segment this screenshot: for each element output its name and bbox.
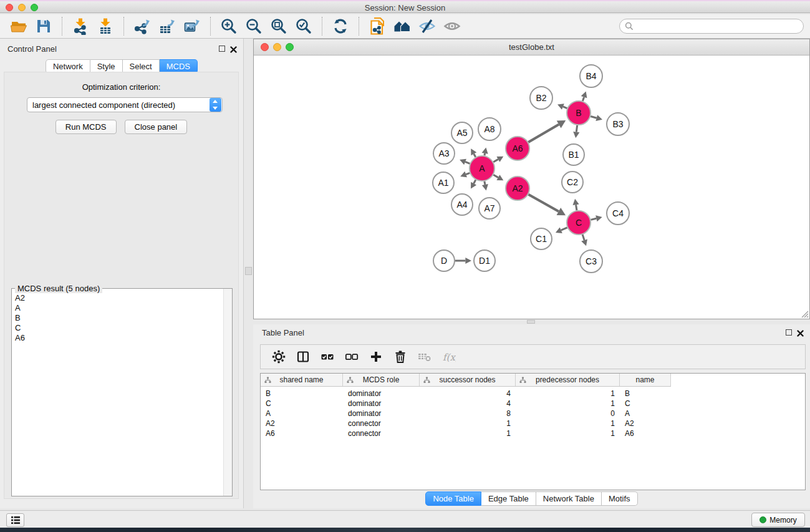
table-row[interactable]: A6connector11A6 [261,428,805,438]
export-table-button[interactable] [156,16,178,37]
result-item[interactable]: C [15,323,223,333]
table-row[interactable]: A2connector11A2 [261,418,805,428]
tab-network-table[interactable]: Network Table [536,491,602,506]
search-input[interactable] [637,21,798,32]
edge-A2-C [528,195,558,211]
column-header-shared-name[interactable]: shared name [261,374,343,386]
result-item[interactable]: A2 [15,293,223,303]
show-panels-button[interactable] [6,513,24,527]
edge-A-A5 [474,154,476,157]
hide-selected-icon [418,17,436,35]
function-builder-icon: f(x) [442,350,456,364]
column-label: successor nodes [439,375,495,384]
node-label-B3: B3 [612,119,623,129]
export-network-button[interactable] [131,16,153,37]
network-window-titlebar[interactable]: testGlobe.txt [254,39,809,56]
tab-node-table[interactable]: Node Table [425,491,481,506]
select-all-button[interactable] [317,347,337,366]
function-builder-button: f(x) [439,347,458,366]
arrowhead-C-C3 [581,239,587,246]
export-image-button[interactable] [181,16,203,37]
memory-button[interactable]: Memory [751,513,805,527]
add-column-button[interactable] [366,347,385,366]
column-header-MCDS-role[interactable]: MCDS role [343,374,420,386]
show-column-icon [296,350,310,364]
result-item[interactable]: B [15,313,223,323]
table-row[interactable]: Bdominator41B [261,389,805,399]
network-canvas[interactable]: AA1A2A3A4A5A6A7A8BB1B2B3B4CC1C2C3C4DD1 [254,56,809,319]
table-cell: B [261,389,343,398]
close-table-panel-icon[interactable] [797,328,804,335]
table-panel: Table Panel f(x) shared nameMCDS rolesuc… [253,324,810,508]
column-label: predecessor nodes [536,375,599,384]
home-button[interactable] [391,16,413,37]
hide-selected-button[interactable] [416,16,438,37]
resize-grip-icon[interactable] [800,309,809,318]
column-header-name[interactable]: name [620,374,671,386]
show-all-icon [443,17,461,35]
edge-A-A2 [493,175,498,177]
zoom-out-button[interactable] [243,16,265,37]
zoom-fit-icon [270,17,287,35]
table-row[interactable]: Cdominator41C [261,399,805,409]
zoom-fit-button[interactable] [268,16,290,37]
deselect-all-button[interactable] [342,347,361,366]
delete-columns-button[interactable] [390,347,410,366]
float-panel-icon[interactable] [219,46,225,52]
show-column-button[interactable] [293,347,312,366]
close-panel-icon[interactable] [230,44,237,51]
node-label-C2: C2 [567,177,578,187]
search-box [619,19,804,34]
clone-network-icon [369,17,386,35]
edge-B-B1 [576,125,577,132]
float-table-panel-icon[interactable] [786,329,792,336]
table-cell: dominator [343,409,420,418]
toolbar-separator [210,17,211,36]
optimization-criterion-select[interactable]: largest connected component (directed) [27,97,223,112]
arrowhead-C-C2 [573,199,579,205]
run-mcds-button[interactable]: Run MCDS [55,120,117,134]
table-row[interactable]: Adominator80A [261,409,805,418]
column-label: name [635,375,654,384]
node-label-A2: A2 [512,183,523,193]
import-table-button[interactable] [94,16,117,37]
toolbar-separator [359,17,359,36]
result-scrollbar[interactable] [223,289,232,496]
column-header-successor-nodes[interactable]: successor nodes [420,374,516,386]
mcds-panel: Optimization criterion: largest connecte… [4,72,239,499]
network-window-title: testGlobe.txt [254,42,809,52]
tab-edge-table[interactable]: Edge Table [481,491,536,506]
import-table-icon [97,17,114,35]
toolbar-separator [62,17,62,36]
toolbar-separator [123,17,124,36]
network-view-window: testGlobe.txt AA1A2A3A4A5A6A7A8BB1B2B3B4… [253,39,810,319]
settings-button[interactable] [269,347,288,366]
optimization-criterion-value: largest connected component (directed) [27,100,210,110]
edge-A-A8 [485,153,485,155]
export-table-icon [158,17,176,35]
edge-A-A3 [465,162,470,163]
import-network-icon [72,17,89,35]
zoom-in-button[interactable] [218,16,240,37]
show-all-button[interactable] [441,16,463,37]
export-network-icon [133,17,151,35]
tab-motifs[interactable]: Motifs [602,491,638,506]
horizontal-split-handle[interactable] [527,320,535,324]
refresh-button[interactable] [329,16,352,37]
open-button[interactable] [7,16,30,37]
zoom-selected-button[interactable] [292,16,315,37]
result-item[interactable]: A6 [15,333,223,343]
column-header-predecessor-nodes[interactable]: predecessor nodes [516,374,620,386]
column-type-icon [347,377,354,384]
node-label-A4: A4 [456,200,467,210]
memory-label: Memory [769,516,796,525]
save-button[interactable] [32,16,55,37]
close-panel-button[interactable]: Close panel [125,120,188,134]
select-all-icon [321,350,334,364]
clone-network-button[interactable] [366,16,388,37]
vertical-split-handle[interactable] [245,267,252,275]
table-cell: 1 [516,389,620,398]
column-type-icon [264,377,271,384]
import-network-button[interactable] [69,16,92,37]
result-item[interactable]: A [15,303,223,313]
